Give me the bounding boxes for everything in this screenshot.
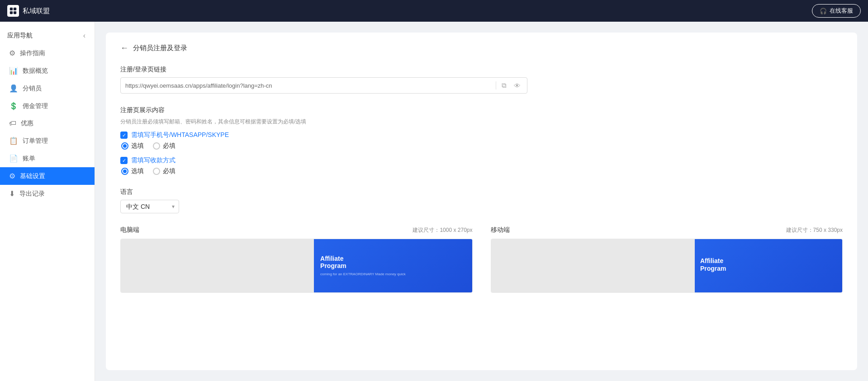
content-area: ← 分销员注册及登录 注册/登录页链接 https://qwyei.oemsaa… bbox=[95, 22, 868, 381]
sidebar-item-label: 分销员 bbox=[23, 85, 42, 93]
payment-radio-label-2: 必填 bbox=[163, 167, 175, 175]
url-section: 注册/登录页链接 https://qwyei.oemsaas.cn/apps/a… bbox=[120, 66, 843, 94]
sidebar-item-discounts[interactable]: 🏷 优惠 bbox=[0, 115, 95, 132]
phone-radio-option-2[interactable]: 必填 bbox=[153, 142, 175, 150]
preview-url-button[interactable]: 👁 bbox=[512, 81, 522, 90]
sidebar-item-label: 数据概览 bbox=[23, 67, 48, 75]
sidebar-item-dashboard[interactable]: 📊 数据概览 bbox=[0, 62, 95, 80]
sidebar-item-label: 操作指南 bbox=[20, 49, 45, 57]
eye-icon: 👁 bbox=[514, 82, 521, 89]
copy-url-button[interactable]: ⧉ bbox=[500, 80, 508, 90]
settings-icon: ⚙ bbox=[9, 172, 15, 180]
svg-rect-3 bbox=[14, 11, 16, 14]
page-title: 分销员注册及登录 bbox=[133, 44, 187, 52]
payment-radio-row: 选填 必填 bbox=[121, 167, 843, 175]
svg-rect-1 bbox=[14, 8, 16, 10]
language-label: 语言 bbox=[120, 188, 843, 196]
mobile-banner-left bbox=[491, 239, 695, 292]
sidebar-item-label: 基础设置 bbox=[20, 172, 45, 180]
mobile-banner-header: 移动端 建议尺寸：750 x 330px bbox=[491, 226, 843, 234]
sidebar-item-affiliates[interactable]: 👤 分销员 bbox=[0, 80, 95, 97]
back-button[interactable]: ← bbox=[120, 43, 128, 53]
phone-radio-dot-1 bbox=[121, 142, 128, 150]
desktop-affiliate-title: AffiliateProgram bbox=[320, 255, 346, 270]
payment-radio-label-1: 选填 bbox=[131, 167, 144, 175]
desktop-affiliate-block: AffiliateProgram coming for an EXTRAORDI… bbox=[314, 239, 472, 292]
accounts-icon: 📄 bbox=[9, 154, 18, 163]
payment-radio-option-1[interactable]: 选填 bbox=[121, 167, 144, 175]
sidebar-item-orders[interactable]: 📋 订单管理 bbox=[0, 132, 95, 150]
discounts-icon: 🏷 bbox=[9, 119, 16, 127]
sidebar-item-export[interactable]: ⬇ 导出记录 bbox=[0, 185, 95, 202]
banner-section: 电脑端 建议尺寸：1000 x 270px AffiliateProgram c… bbox=[120, 226, 843, 293]
mobile-banner-size: 建议尺寸：750 x 330px bbox=[786, 226, 843, 234]
mobile-affiliate-title: AffiliateProgram bbox=[700, 257, 726, 273]
main-layout: 应用导航 ‹ ⚙ 操作指南 📊 数据概览 👤 分销员 💲 佣金管理 🏷 优惠 📋… bbox=[0, 22, 868, 381]
guide-icon: ⚙ bbox=[9, 49, 15, 57]
brand-name: 私域联盟 bbox=[23, 7, 50, 15]
commission-icon: 💲 bbox=[9, 102, 18, 110]
orders-icon: 📋 bbox=[9, 136, 18, 145]
desktop-affiliate-sub: coming for an EXTRAORDINARY Made money q… bbox=[320, 272, 406, 277]
phone-radio-dot-2 bbox=[153, 142, 160, 150]
banner-columns: 电脑端 建议尺寸：1000 x 270px AffiliateProgram c… bbox=[120, 226, 843, 293]
sidebar-item-label: 优惠 bbox=[21, 119, 33, 127]
url-input-row: https://qwyei.oemsaas.cn/apps/affiliate/… bbox=[120, 77, 527, 94]
mobile-banner-title: 移动端 bbox=[491, 226, 510, 234]
phone-radio-option-1[interactable]: 选填 bbox=[121, 142, 144, 150]
sidebar-title: 应用导航 bbox=[7, 32, 33, 40]
topbar: 私域联盟 🎧 在线客服 bbox=[0, 0, 868, 22]
content-card: ← 分销员注册及登录 注册/登录页链接 https://qwyei.oemsaa… bbox=[106, 33, 857, 370]
payment-checkbox-row: 需填写收款方式 bbox=[120, 156, 843, 165]
export-icon: ⬇ bbox=[9, 189, 15, 198]
desktop-banner-left bbox=[121, 239, 314, 292]
url-text: https://qwyei.oemsaas.cn/apps/affiliate/… bbox=[125, 82, 492, 89]
sidebar: 应用导航 ‹ ⚙ 操作指南 📊 数据概览 👤 分销员 💲 佣金管理 🏷 优惠 📋… bbox=[0, 22, 95, 381]
copy-icon: ⧉ bbox=[502, 81, 507, 89]
sidebar-item-accounts[interactable]: 📄 账单 bbox=[0, 150, 95, 167]
desktop-banner-title: 电脑端 bbox=[120, 226, 139, 234]
phone-checkbox-row: 需填写手机号/WHTASAPP/SKYPE bbox=[120, 131, 843, 139]
language-select[interactable]: 中文 CN English bbox=[120, 200, 179, 213]
desktop-banner-preview: AffiliateProgram coming for an EXTRAORDI… bbox=[120, 239, 473, 293]
phone-radio-row: 选填 必填 bbox=[121, 142, 843, 150]
payment-radio-option-2[interactable]: 必填 bbox=[153, 167, 175, 175]
url-label: 注册/登录页链接 bbox=[120, 66, 843, 74]
headset-icon: 🎧 bbox=[820, 8, 827, 14]
payment-checkbox[interactable] bbox=[120, 157, 128, 164]
register-sublabel: 分销员注册必须填写邮箱、密码和姓名，其余信息可根据需要设置为必填/选填 bbox=[120, 118, 843, 126]
topbar-right: 🎧 在线客服 bbox=[812, 4, 861, 18]
mobile-banner-column: 移动端 建议尺寸：750 x 330px AffiliateProgram bbox=[491, 226, 843, 293]
sidebar-item-label: 佣金管理 bbox=[23, 102, 48, 110]
sidebar-item-label: 账单 bbox=[23, 155, 35, 163]
phone-checkbox-label: 需填写手机号/WHTASAPP/SKYPE bbox=[131, 131, 229, 139]
phone-radio-label-1: 选填 bbox=[131, 142, 144, 150]
affiliates-icon: 👤 bbox=[9, 84, 18, 93]
sidebar-item-commission[interactable]: 💲 佣金管理 bbox=[0, 97, 95, 115]
sidebar-item-label: 订单管理 bbox=[23, 137, 48, 145]
svg-rect-2 bbox=[10, 11, 13, 14]
sidebar-header: 应用导航 ‹ bbox=[0, 25, 95, 44]
svg-rect-0 bbox=[10, 8, 13, 10]
sidebar-item-guide[interactable]: ⚙ 操作指南 bbox=[0, 44, 95, 62]
desktop-banner-column: 电脑端 建议尺寸：1000 x 270px AffiliateProgram c… bbox=[120, 226, 473, 293]
register-section: 注册页展示内容 分销员注册必须填写邮箱、密码和姓名，其余信息可根据需要设置为必填… bbox=[120, 106, 843, 175]
url-divider bbox=[496, 81, 496, 89]
language-section: 语言 中文 CN English bbox=[120, 188, 843, 213]
online-service-button[interactable]: 🎧 在线客服 bbox=[812, 4, 861, 18]
sidebar-collapse-button[interactable]: ‹ bbox=[81, 31, 87, 41]
sidebar-item-settings[interactable]: ⚙ 基础设置 bbox=[0, 167, 95, 185]
mobile-banner-preview: AffiliateProgram bbox=[491, 239, 843, 293]
mobile-affiliate-block: AffiliateProgram bbox=[695, 239, 842, 292]
desktop-banner-header: 电脑端 建议尺寸：1000 x 270px bbox=[120, 226, 473, 234]
brand: 私域联盟 bbox=[7, 5, 50, 17]
payment-radio-dot-1 bbox=[121, 168, 128, 175]
register-label: 注册页展示内容 bbox=[120, 106, 843, 114]
phone-checkbox[interactable] bbox=[120, 132, 128, 139]
phone-radio-label-2: 必填 bbox=[163, 142, 175, 150]
desktop-banner-size: 建议尺寸：1000 x 270px bbox=[413, 226, 472, 234]
sidebar-item-label: 导出记录 bbox=[19, 190, 45, 198]
payment-radio-dot-2 bbox=[153, 168, 160, 175]
dashboard-icon: 📊 bbox=[9, 66, 18, 75]
brand-icon bbox=[7, 5, 19, 17]
